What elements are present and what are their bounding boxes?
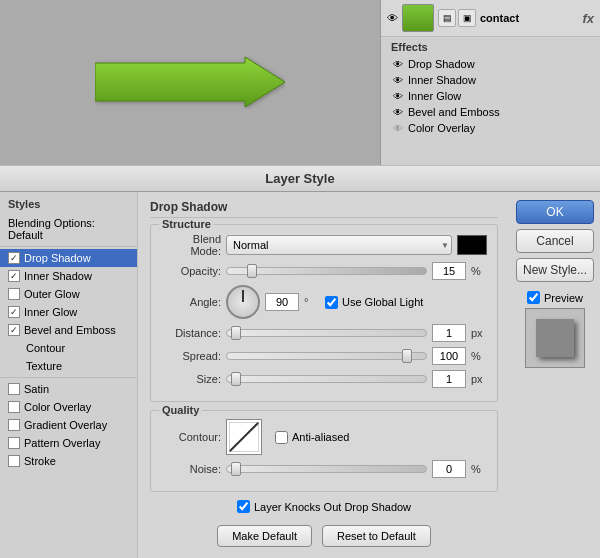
satin-label: Satin — [24, 383, 49, 395]
layer-row: 👁 ▤ ▣ contact fx — [381, 0, 600, 37]
layer-icon-group: ▤ ▣ — [438, 9, 476, 27]
reset-default-button[interactable]: Reset to Default — [322, 525, 431, 547]
new-style-button[interactable]: New Style... — [516, 258, 594, 282]
main-content: Drop Shadow Structure Blend Mode: Normal… — [138, 192, 510, 558]
angle-label: Angle: — [161, 296, 221, 308]
noise-row: Noise: % — [161, 460, 487, 478]
sidebar-item-gradient-overlay[interactable]: Gradient Overlay — [0, 416, 137, 434]
global-light-check-label[interactable]: Use Global Light — [325, 296, 423, 309]
sidebar-item-texture[interactable]: Texture — [0, 357, 137, 375]
opacity-input[interactable] — [432, 262, 466, 280]
texture-label: Texture — [26, 360, 62, 372]
bevel-emboss-check[interactable] — [8, 324, 20, 336]
opacity-slider[interactable] — [226, 267, 427, 275]
contour-label: Contour — [26, 342, 65, 354]
size-thumb[interactable] — [231, 372, 241, 386]
distance-input[interactable] — [432, 324, 466, 342]
global-light-label: Use Global Light — [342, 296, 423, 308]
stroke-label: Stroke — [24, 455, 56, 467]
ok-button[interactable]: OK — [516, 200, 594, 224]
preview-label: Preview — [544, 292, 583, 304]
layer-type-icon: ▤ — [438, 9, 456, 27]
inner-glow-label: Inner Glow — [24, 306, 77, 318]
inner-shadow-check[interactable] — [8, 270, 20, 282]
angle-input[interactable] — [265, 293, 299, 311]
anti-aliased-checkbox[interactable] — [275, 431, 288, 444]
noise-thumb[interactable] — [231, 462, 241, 476]
size-input[interactable] — [432, 370, 466, 388]
sidebar-item-bevel-emboss[interactable]: Bevel and Emboss — [0, 321, 137, 339]
structure-box: Structure Blend Mode: Normal ▼ Opacity: … — [150, 224, 498, 402]
fx-icon[interactable]: fx — [582, 11, 594, 26]
stroke-check[interactable] — [8, 455, 20, 467]
sidebar-item-pattern-overlay[interactable]: Pattern Overlay — [0, 434, 137, 452]
structure-label: Structure — [159, 218, 214, 230]
angle-line — [242, 290, 244, 302]
eye-inner-glow[interactable]: 👁 — [393, 91, 403, 102]
effect-inner-glow[interactable]: 👁 Inner Glow — [389, 88, 592, 104]
effect-inner-shadow[interactable]: 👁 Inner Shadow — [389, 72, 592, 88]
layer-name: contact — [480, 12, 578, 24]
sidebar-item-satin[interactable]: Satin — [0, 380, 137, 398]
contour-label: Contour: — [161, 431, 221, 443]
satin-check[interactable] — [8, 383, 20, 395]
sidebar-item-inner-shadow[interactable]: Inner Shadow — [0, 267, 137, 285]
sidebar-item-inner-glow[interactable]: Inner Glow — [0, 303, 137, 321]
sidebar-item-color-overlay[interactable]: Color Overlay — [0, 398, 137, 416]
make-default-button[interactable]: Make Default — [217, 525, 312, 547]
effect-drop-shadow[interactable]: 👁 Drop Shadow — [389, 56, 592, 72]
preview-checkbox[interactable] — [527, 291, 540, 304]
color-overlay-check[interactable] — [8, 401, 20, 413]
noise-input[interactable] — [432, 460, 466, 478]
gradient-overlay-check[interactable] — [8, 419, 20, 431]
left-sidebar: Styles Blending Options: Default Drop Sh… — [0, 192, 138, 558]
sidebar-item-stroke[interactable]: Stroke — [0, 452, 137, 470]
anti-aliased-label[interactable]: Anti-aliased — [275, 431, 349, 444]
angle-unit: ° — [304, 296, 320, 308]
drop-shadow-check[interactable] — [8, 252, 20, 264]
blend-mode-select[interactable]: Normal — [226, 235, 452, 255]
layers-panel: 👁 ▤ ▣ contact fx Effects 👁 Drop Shadow 👁… — [380, 0, 600, 165]
sidebar-item-blending[interactable]: Blending Options: Default — [0, 214, 137, 244]
angle-dial[interactable] — [226, 285, 260, 319]
sidebar-item-outer-glow[interactable]: Outer Glow — [0, 285, 137, 303]
opacity-thumb[interactable] — [247, 264, 257, 278]
noise-label: Noise: — [161, 463, 221, 475]
shadow-color-swatch[interactable] — [457, 235, 487, 255]
spread-input[interactable] — [432, 347, 466, 365]
preview-thumbnail — [525, 308, 585, 368]
spread-label: Spread: — [161, 350, 221, 362]
outer-glow-check[interactable] — [8, 288, 20, 300]
size-unit: px — [471, 373, 487, 385]
effect-bevel-emboss[interactable]: 👁 Bevel and Emboss — [389, 104, 592, 120]
distance-thumb[interactable] — [231, 326, 241, 340]
contour-row: Contour: Anti-aliased — [161, 419, 487, 455]
effects-list: Effects 👁 Drop Shadow 👁 Inner Shadow 👁 I… — [381, 37, 600, 165]
noise-slider[interactable] — [226, 465, 427, 473]
global-light-checkbox[interactable] — [325, 296, 338, 309]
effects-title: Effects — [389, 41, 592, 53]
preview-checkbox-row: Preview — [527, 291, 583, 304]
size-slider[interactable] — [226, 375, 427, 383]
distance-slider[interactable] — [226, 329, 427, 337]
sidebar-item-drop-shadow[interactable]: Drop Shadow — [0, 249, 137, 267]
quality-box: Quality Contour: Anti-aliased Noise: — [150, 410, 498, 492]
opacity-label: Opacity: — [161, 265, 221, 277]
effect-color-overlay[interactable]: 👁 Color Overlay — [389, 120, 592, 136]
sidebar-item-contour[interactable]: Contour — [0, 339, 137, 357]
inner-glow-check[interactable] — [8, 306, 20, 318]
contour-preview[interactable] — [226, 419, 262, 455]
eye-drop-shadow[interactable]: 👁 — [393, 59, 403, 70]
eye-inner-shadow[interactable]: 👁 — [393, 75, 403, 86]
cancel-button[interactable]: Cancel — [516, 229, 594, 253]
layer-knocks-label[interactable]: Layer Knocks Out Drop Shadow — [150, 500, 498, 513]
visibility-icon[interactable]: 👁 — [387, 12, 398, 24]
layer-knocks-checkbox[interactable] — [237, 500, 250, 513]
eye-bevel-emboss[interactable]: 👁 — [393, 107, 403, 118]
spread-thumb[interactable] — [402, 349, 412, 363]
pattern-overlay-check[interactable] — [8, 437, 20, 449]
layer-extra-icon: ▣ — [458, 9, 476, 27]
angle-row: Angle: ° Use Global Light — [161, 285, 487, 319]
right-buttons: OK Cancel New Style... Preview — [510, 192, 600, 558]
spread-slider[interactable] — [226, 352, 427, 360]
